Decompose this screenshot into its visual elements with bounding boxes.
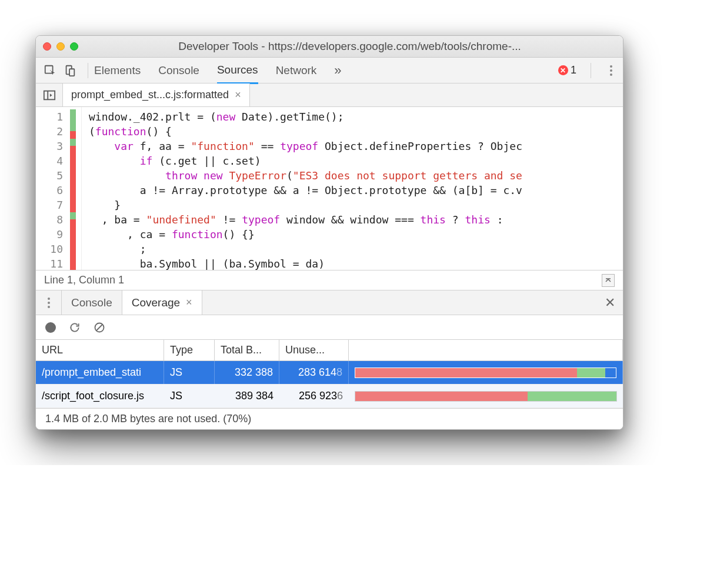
line-number: 3 [36, 139, 63, 153]
row-total: 332 388 [215, 361, 279, 384]
code-line[interactable]: (function() { [89, 124, 617, 139]
drawer-tab-coverage[interactable]: Coverage × [122, 290, 202, 315]
divider [591, 63, 591, 78]
close-window-button[interactable] [43, 42, 51, 51]
reload-icon[interactable] [69, 322, 81, 333]
coverage-row[interactable]: /prompt_embed_statiJS332 388283 614 8 [36, 361, 623, 385]
titlebar: Developer Tools - https://developers.goo… [36, 36, 623, 58]
coverage-mark [70, 183, 76, 198]
code-line[interactable]: , ca = function() {} [89, 227, 617, 242]
col-url[interactable]: URL [36, 340, 164, 360]
tabs-overflow[interactable]: » [334, 57, 341, 84]
coverage-mark [70, 256, 76, 270]
code-line[interactable]: a != Array.prototype && a != Object.prot… [89, 183, 617, 198]
code-line[interactable]: throw new TypeError("ES3 does not suppor… [89, 168, 617, 183]
tab-console[interactable]: Console [158, 58, 199, 83]
coverage-mark [70, 212, 76, 227]
code-line[interactable]: ba.Symbol || (ba.Symbol = da) [89, 256, 617, 270]
expand-sidebar-icon[interactable] [602, 274, 615, 287]
code-line[interactable]: var f, aa = "function" == typeof Object.… [89, 139, 617, 153]
svg-rect-3 [44, 91, 54, 99]
devtools-window: Developer Tools - https://developers.goo… [35, 35, 623, 430]
line-number: 2 [36, 124, 63, 139]
code-line[interactable]: , ba = "undefined" != typeof window && w… [89, 212, 617, 227]
coverage-mark [70, 124, 76, 139]
row-type: JS [164, 385, 215, 407]
minimize-window-button[interactable] [56, 42, 65, 51]
file-tabbar: prompt_embed_st...c.js:formatted × [36, 83, 623, 107]
settings-menu-icon[interactable] [605, 65, 617, 76]
clear-icon[interactable] [94, 322, 105, 333]
row-unused: 256 923 6 [279, 385, 349, 407]
coverage-header: URL Type Total B... Unuse... [36, 340, 623, 361]
divider [88, 63, 88, 78]
coverage-mark [70, 153, 76, 168]
close-drawer-tab-icon[interactable]: × [186, 296, 192, 309]
drawer-tab-console[interactable]: Console [62, 290, 122, 315]
line-number: 6 [36, 183, 63, 198]
code-line[interactable]: if (c.get || c.set) [89, 153, 617, 168]
line-number: 7 [36, 198, 63, 212]
coverage-summary: 1.4 MB of 2.0 MB bytes are not used. (70… [36, 408, 623, 429]
line-number: 4 [36, 153, 63, 168]
coverage-mark [70, 139, 76, 153]
code-line[interactable]: window._402.prlt = (new Date).getTime(); [89, 109, 617, 124]
code-line[interactable]: ; [89, 242, 617, 256]
line-number: 10 [36, 242, 63, 256]
file-tab[interactable]: prompt_embed_st...c.js:formatted × [63, 83, 250, 106]
close-tab-icon[interactable]: × [235, 89, 241, 101]
row-total: 389 384 [215, 385, 279, 407]
editor-status: Line 1, Column 1 [36, 270, 623, 290]
col-type[interactable]: Type [164, 340, 215, 360]
navigator-toggle-icon[interactable] [36, 83, 63, 106]
svg-rect-2 [69, 69, 74, 76]
zoom-window-button[interactable] [70, 42, 78, 51]
drawer-menu-icon[interactable] [36, 290, 62, 315]
main-tabs: Elements Console Sources Network » [94, 57, 558, 84]
coverage-mark [70, 227, 76, 242]
window-title: Developer Tools - https://developers.goo… [84, 40, 616, 53]
coverage-mark [70, 168, 76, 183]
gutter: 1234567891011 [36, 107, 82, 270]
row-url: /script_foot_closure.js [36, 385, 164, 407]
coverage-mark [70, 198, 76, 212]
drawer-tabbar: Console Coverage × ✕ [36, 290, 623, 315]
device-toolbar-icon[interactable] [62, 62, 78, 79]
coverage-gutter [70, 107, 78, 270]
line-number: 1 [36, 109, 63, 124]
code-editor[interactable]: 1234567891011 window._402.prlt = (new Da… [36, 107, 623, 270]
line-numbers: 1234567891011 [36, 107, 66, 270]
traffic-lights [43, 42, 78, 51]
code-line[interactable]: } [89, 198, 617, 212]
coverage-mark [70, 242, 76, 256]
line-number: 8 [36, 212, 63, 227]
coverage-table: URL Type Total B... Unuse... /prompt_emb… [36, 340, 623, 408]
line-number: 11 [36, 256, 63, 270]
row-bar [349, 361, 623, 384]
row-url: /prompt_embed_stati [36, 361, 164, 384]
tab-network[interactable]: Network [276, 58, 317, 83]
error-icon: ✕ [558, 65, 568, 75]
error-badge[interactable]: ✕ 1 [558, 64, 576, 76]
cursor-position: Line 1, Column 1 [44, 274, 124, 286]
tab-elements[interactable]: Elements [94, 58, 141, 83]
record-icon[interactable] [45, 322, 56, 333]
tab-sources[interactable]: Sources [217, 58, 258, 84]
main-toolbar: Elements Console Sources Network » ✕ 1 [36, 58, 623, 83]
error-count: 1 [571, 64, 576, 76]
row-unused: 283 614 8 [279, 361, 349, 384]
row-bar [349, 385, 623, 407]
col-total[interactable]: Total B... [215, 340, 279, 360]
col-visualization[interactable] [349, 340, 623, 360]
close-drawer-icon[interactable]: ✕ [597, 290, 623, 315]
col-unused[interactable]: Unuse... [279, 340, 349, 360]
coverage-row[interactable]: /script_foot_closure.jsJS389 384256 923 … [36, 385, 623, 408]
coverage-toolbar [36, 315, 623, 340]
coverage-mark [70, 109, 76, 124]
row-type: JS [164, 361, 215, 384]
inspect-element-icon[interactable] [42, 62, 58, 79]
svg-line-7 [96, 325, 102, 330]
code-content[interactable]: window._402.prlt = (new Date).getTime();… [82, 107, 623, 270]
line-number: 9 [36, 227, 63, 242]
line-number: 5 [36, 168, 63, 183]
